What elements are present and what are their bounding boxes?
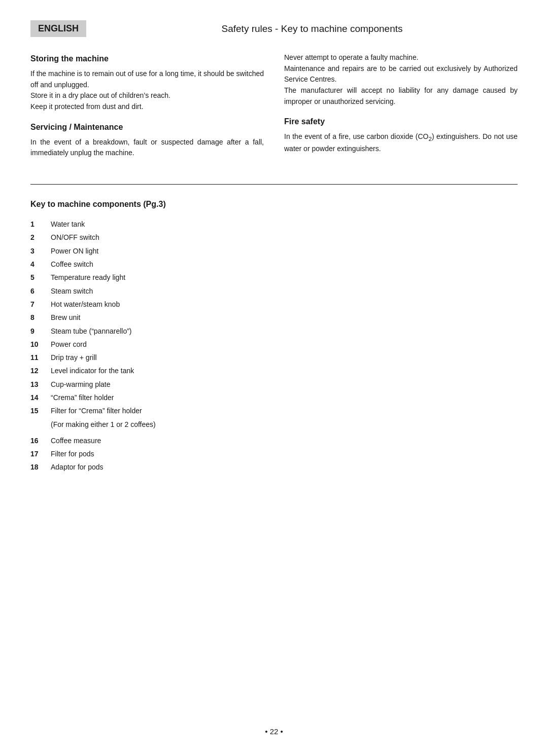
left-column: Storing the machine If the machine is to… [30, 52, 264, 169]
list-item: 4 Coffee switch [30, 259, 518, 269]
component-label: Filter for “Crema” filter holder [51, 406, 518, 416]
list-item-sub: (For making either 1 or 2 coffees) [30, 419, 518, 433]
section-faulty: Never attempt to operate a faulty machin… [284, 52, 518, 107]
key-to-components-section: Key to machine components (Pg.3) 1 Water… [30, 200, 518, 473]
component-number: 9 [30, 326, 51, 336]
component-label: Temperature ready light [51, 272, 518, 282]
page-footer: • 22 • [0, 727, 548, 736]
page: ENGLISH Safety rules - Key to machine co… [0, 0, 548, 756]
component-number: 8 [30, 312, 51, 322]
component-number: 5 [30, 272, 51, 282]
list-item: 9 Steam tube (“pannarello”) [30, 326, 518, 336]
section-faulty-body: Never attempt to operate a faulty machin… [284, 52, 518, 107]
component-number: 12 [30, 366, 51, 376]
list-item: 10 Power cord [30, 339, 518, 349]
component-number: 16 [30, 436, 51, 446]
list-item: 17 Filter for pods [30, 449, 518, 459]
component-label: Power ON light [51, 246, 518, 256]
component-number: 11 [30, 352, 51, 363]
list-item: 14 “Crema” filter holder [30, 392, 518, 403]
component-number: 18 [30, 462, 51, 472]
component-label: Adaptor for pods [51, 462, 518, 472]
component-label: Coffee switch [51, 259, 518, 269]
component-label: Brew unit [51, 312, 518, 322]
list-item: 11 Drip tray + grill [30, 352, 518, 363]
component-number: 14 [30, 392, 51, 403]
list-item: 13 Cup-warming plate [30, 379, 518, 389]
page-header: ENGLISH Safety rules - Key to machine co… [30, 20, 518, 37]
section-servicing: Servicing / Maintenance In the event of … [30, 123, 264, 159]
list-item: 6 Steam switch [30, 286, 518, 296]
section-divider [30, 184, 518, 185]
section-fire: Fire safety In the event of a fire, use … [284, 117, 518, 155]
component-label: Drip tray + grill [51, 352, 518, 363]
list-item: 18 Adaptor for pods [30, 462, 518, 472]
section-storing-title: Storing the machine [30, 54, 264, 63]
content-columns: Storing the machine If the machine is to… [30, 52, 518, 169]
component-number: 15 [30, 406, 51, 416]
component-label: “Crema” filter holder [51, 392, 518, 403]
page-title: Safety rules - Key to machine components [107, 20, 518, 34]
component-number: 4 [30, 259, 51, 269]
component-sublabel: (For making either 1 or 2 coffees) [51, 419, 518, 429]
section-fire-body: In the event of a fire, use carbon dioxi… [284, 131, 518, 155]
right-column: Never attempt to operate a faulty machin… [284, 52, 518, 169]
list-item: 7 Hot water/steam knob [30, 299, 518, 309]
page-number: • 22 • [265, 727, 283, 736]
list-item: 8 Brew unit [30, 312, 518, 322]
component-label: Power cord [51, 339, 518, 349]
section-storing: Storing the machine If the machine is to… [30, 54, 264, 113]
component-label: Water tank [51, 219, 518, 229]
component-number: 17 [30, 449, 51, 459]
key-section-title: Key to machine components (Pg.3) [30, 200, 518, 209]
section-servicing-title: Servicing / Maintenance [30, 123, 264, 132]
component-number: 1 [30, 219, 51, 229]
component-number: 13 [30, 379, 51, 389]
list-item: 2 ON/OFF switch [30, 232, 518, 242]
component-number: 6 [30, 286, 51, 296]
list-item: 15 Filter for “Crema” filter holder [30, 406, 518, 416]
list-item: 12 Level indicator for the tank [30, 366, 518, 376]
component-label: Steam switch [51, 286, 518, 296]
component-label: Level indicator for the tank [51, 366, 518, 376]
component-number: 10 [30, 339, 51, 349]
component-label: Cup-warming plate [51, 379, 518, 389]
section-fire-title: Fire safety [284, 117, 518, 126]
component-number: 3 [30, 246, 51, 256]
component-label: Hot water/steam knob [51, 299, 518, 309]
section-storing-body: If the machine is to remain out of use f… [30, 68, 264, 113]
component-list: 1 Water tank 2 ON/OFF switch 3 Power ON … [30, 219, 518, 473]
component-label: Steam tube (“pannarello”) [51, 326, 518, 336]
language-badge: ENGLISH [30, 20, 86, 37]
component-number: 2 [30, 232, 51, 242]
section-servicing-body: In the event of a breakdown, fault or su… [30, 137, 264, 159]
component-number: 7 [30, 299, 51, 309]
list-item: 16 Coffee measure [30, 436, 518, 446]
list-item: 3 Power ON light [30, 246, 518, 256]
component-label: ON/OFF switch [51, 232, 518, 242]
list-item: 5 Temperature ready light [30, 272, 518, 282]
component-label: Filter for pods [51, 449, 518, 459]
list-item: 1 Water tank [30, 219, 518, 229]
component-label: Coffee measure [51, 436, 518, 446]
